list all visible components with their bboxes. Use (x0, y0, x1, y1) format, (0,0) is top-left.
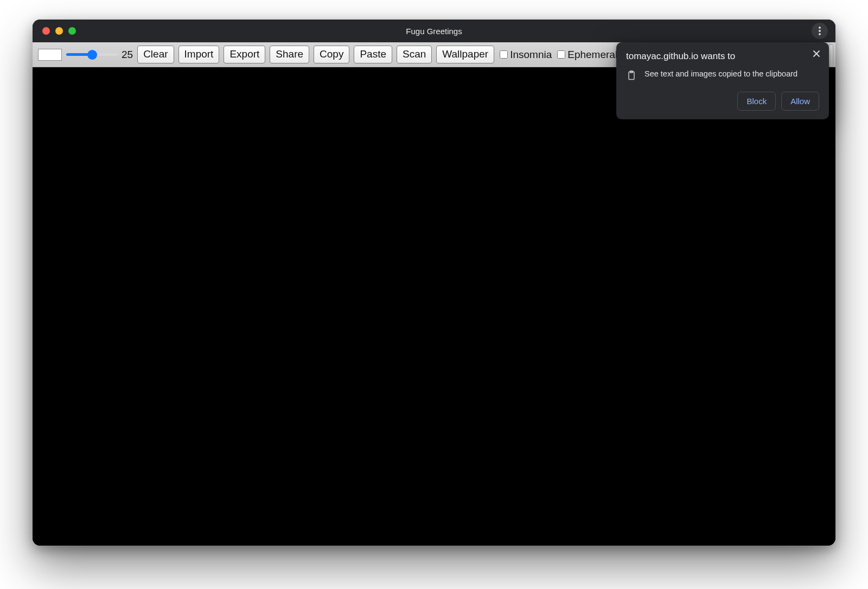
overflow-menu-button[interactable] (812, 23, 828, 39)
svg-point-0 (819, 27, 820, 28)
close-icon (813, 50, 820, 57)
permission-close-button[interactable] (810, 48, 822, 60)
insomnia-checkbox[interactable]: Insomnia (500, 49, 552, 61)
wallpaper-button[interactable]: Wallpaper (436, 46, 494, 63)
permission-description: See text and images copied to the clipbo… (644, 69, 797, 78)
traffic-lights (33, 27, 76, 35)
paste-button[interactable]: Paste (354, 46, 392, 63)
svg-point-1 (819, 30, 820, 31)
close-window-button[interactable] (42, 27, 50, 35)
titlebar: Fugu Greetings (33, 20, 835, 42)
permission-wants-to: wants to (701, 51, 735, 61)
clear-button[interactable]: Clear (137, 46, 174, 63)
export-button[interactable]: Export (224, 46, 265, 63)
share-button[interactable]: Share (270, 46, 309, 63)
permission-origin: tomayac.github.io (626, 51, 698, 61)
permission-title: tomayac.github.io wants to (626, 51, 819, 62)
insomnia-checkbox-input[interactable] (500, 50, 508, 59)
vertical-dots-icon (819, 27, 821, 35)
pen-size-value: 25 (122, 49, 133, 61)
window-title: Fugu Greetings (33, 27, 835, 36)
scan-button[interactable]: Scan (397, 46, 432, 63)
copy-button[interactable]: Copy (314, 46, 349, 63)
drawing-canvas[interactable] (33, 67, 835, 546)
ephemeral-checkbox-label: Ephemeral (567, 49, 617, 61)
scrollbar-thumb[interactable] (828, 44, 833, 67)
zoom-window-button[interactable] (68, 27, 76, 35)
block-button[interactable]: Block (737, 92, 776, 111)
insomnia-checkbox-label: Insomnia (510, 49, 552, 61)
permission-detail-row: See text and images copied to the clipbo… (626, 69, 819, 81)
minimize-window-button[interactable] (55, 27, 63, 35)
ephemeral-checkbox[interactable]: Ephemeral (557, 49, 617, 61)
import-button[interactable]: Import (178, 46, 220, 63)
ephemeral-checkbox-input[interactable] (557, 50, 565, 59)
svg-point-2 (819, 33, 820, 35)
slider-thumb[interactable] (87, 50, 97, 60)
allow-button[interactable]: Allow (781, 92, 819, 111)
color-picker[interactable] (38, 49, 62, 61)
clipboard-icon (626, 70, 637, 81)
permission-actions: Block Allow (626, 92, 819, 111)
pen-size-control: 25 (66, 49, 133, 61)
permission-prompt: tomayac.github.io wants to See text and … (616, 42, 829, 119)
pen-size-slider[interactable] (66, 49, 118, 60)
